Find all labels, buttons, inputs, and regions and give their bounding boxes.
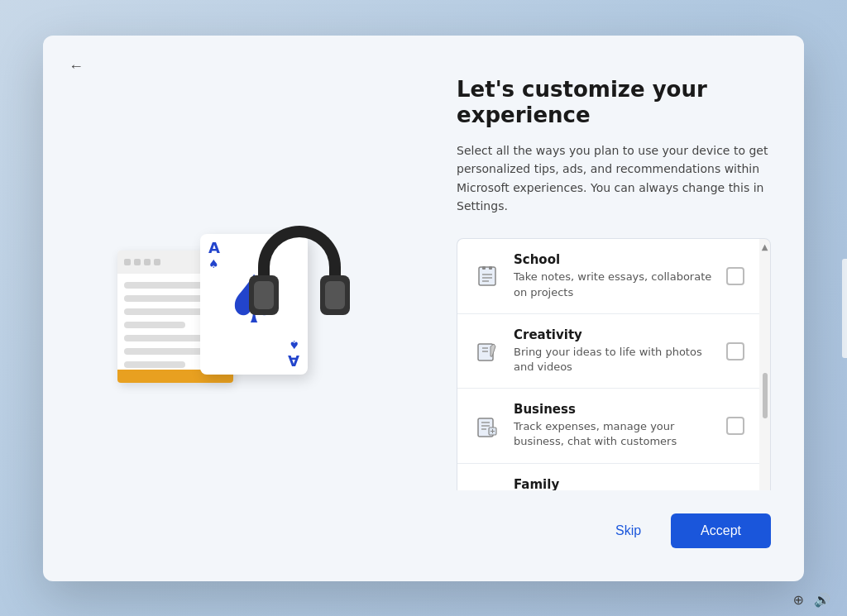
notepad-line [124, 361, 185, 368]
options-wrapper: School Take notes, write essays, collabo… [457, 238, 771, 489]
volume-icon: 🔊 [814, 592, 830, 608]
business-checkbox[interactable] [726, 417, 744, 435]
school-option-text: School Take notes, write essays, collabo… [514, 252, 715, 299]
notepad-dot-3 [144, 259, 151, 265]
notepad-line [124, 335, 206, 341]
svg-rect-0 [479, 267, 495, 285]
school-icon [472, 261, 502, 291]
action-row: Skip Accept [457, 513, 771, 548]
school-checkbox[interactable] [726, 267, 744, 285]
creativity-checkbox[interactable] [726, 342, 744, 361]
card-corner-top: A♠ [208, 241, 220, 270]
page-subtitle: Select all the ways you plan to use your… [457, 141, 771, 216]
card-corner-bottom: A♠ [288, 338, 299, 368]
skip-button[interactable]: Skip [599, 515, 658, 547]
scrollbar[interactable]: ▲ ▼ [759, 238, 771, 489]
customize-dialog: ← [43, 36, 804, 581]
school-title: School [514, 252, 715, 267]
business-title: Business [514, 402, 715, 417]
school-desc: Take notes, write essays, collaborate on… [514, 270, 715, 299]
headphone-band [258, 226, 341, 275]
headphones-illustration [250, 226, 349, 341]
headphone-ear-inner-left [254, 281, 274, 309]
accept-button[interactable]: Accept [671, 513, 771, 548]
option-creativity[interactable]: Creativity Bring your ideas to life with… [457, 314, 759, 389]
headphone-ear-right [320, 275, 350, 315]
option-school[interactable]: School Take notes, write essays, collabo… [457, 239, 759, 313]
creativity-option-text: Creativity Bring your ideas to life with… [514, 327, 715, 375]
option-family[interactable]: Family Connect with family members, edit… [457, 464, 759, 490]
illustration: A♠ ♠ A♠ [117, 184, 366, 432]
business-option-text: Business Track expenses, manage your bus… [514, 402, 715, 449]
creativity-desc: Bring your ideas to life with photos and… [514, 345, 715, 375]
option-business[interactable]: Business Track expenses, manage your bus… [457, 389, 759, 463]
notepad-line [124, 295, 206, 302]
creativity-icon [472, 337, 502, 366]
taskbar-edge [842, 259, 847, 358]
scroll-up-button[interactable]: ▲ [762, 242, 768, 251]
system-tray: ⊕ 🔊 [793, 592, 830, 608]
network-icon: ⊕ [793, 592, 804, 608]
options-list: School Take notes, write essays, collabo… [457, 238, 759, 489]
illustration-panel: A♠ ♠ A♠ [43, 36, 440, 581]
svg-rect-2 [489, 266, 492, 270]
notepad-line [124, 322, 185, 328]
family-title: Family [514, 477, 715, 490]
notepad-dot-1 [124, 259, 131, 265]
notepad-dot-4 [154, 259, 160, 265]
headphone-ear-left [249, 275, 279, 315]
family-option-text: Family Connect with family members, edit… [514, 477, 715, 490]
scroll-thumb[interactable] [763, 373, 768, 418]
options-container: School Take notes, write essays, collabo… [457, 238, 771, 489]
headphone-ear-inner-right [325, 281, 345, 309]
creativity-title: Creativity [514, 327, 715, 342]
svg-rect-1 [482, 266, 486, 270]
notepad-dot-2 [134, 259, 141, 265]
business-icon [472, 411, 502, 441]
content-panel: Let's customize your experience Select a… [440, 36, 804, 581]
business-desc: Track expenses, manage your business, ch… [514, 419, 715, 449]
page-title: Let's customize your experience [457, 77, 771, 128]
